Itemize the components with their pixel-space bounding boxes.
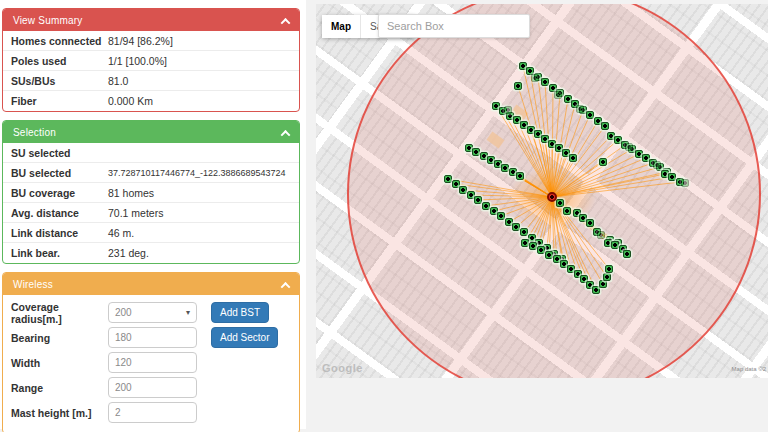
house-marker[interactable]: [605, 265, 613, 273]
row-label: SU selected: [11, 147, 108, 159]
panel-title: Selection: [13, 127, 56, 138]
wireless-fields: Coverage radius[m.]200▾Add BSTBearingAdd…: [3, 295, 299, 432]
selection-rows: SU selectedBU selected37.728710117446774…: [3, 143, 299, 263]
row-label: Homes connected: [11, 35, 108, 47]
house-marker[interactable]: [504, 106, 512, 114]
house-marker[interactable]: [512, 223, 520, 231]
map-type-button[interactable]: Map: [322, 15, 360, 38]
house-marker[interactable]: [653, 161, 661, 169]
field-row: Width: [11, 352, 291, 373]
selection-row: BU selected37.728710117446774_-122.38866…: [3, 163, 299, 183]
summary-row: Poles used1/1 [100.0%]: [3, 51, 299, 71]
house-marker[interactable]: [520, 228, 528, 236]
mast-height-input[interactable]: [115, 407, 190, 418]
row-label: Avg. distance: [11, 207, 108, 219]
bearing-input[interactable]: [115, 332, 190, 343]
row-value: 70.1 meters: [108, 207, 163, 219]
house-marker[interactable]: [601, 122, 609, 130]
house-marker[interactable]: [623, 250, 631, 258]
house-marker[interactable]: [668, 173, 676, 181]
add-sector-button[interactable]: Add Sector: [211, 327, 278, 348]
house-marker[interactable]: [541, 78, 549, 86]
row-value: 81 homes: [108, 187, 154, 199]
field-label: Width: [11, 357, 108, 369]
summary-row: Fiber0.000 Km: [3, 91, 299, 111]
map-canvas[interactable]: Map Satellite Google Map data ©2: [316, 4, 768, 378]
coverage-circle: [347, 4, 761, 378]
house-marker[interactable]: [529, 242, 537, 250]
house-marker[interactable]: [603, 273, 611, 281]
selection-row: SU selected: [3, 143, 299, 163]
width-input[interactable]: [115, 357, 190, 368]
selection-row: BU coverage81 homes: [3, 183, 299, 203]
house-marker[interactable]: [537, 246, 545, 254]
house-marker[interactable]: [576, 105, 584, 113]
row-value: 231 deg.: [108, 247, 149, 259]
house-marker[interactable]: [556, 199, 564, 207]
house-marker[interactable]: [599, 158, 607, 166]
house-marker[interactable]: [681, 179, 689, 187]
house-marker[interactable]: [586, 219, 594, 227]
selection-row: Link distance46 m.: [3, 223, 299, 243]
panel-title: View Summary: [13, 15, 82, 26]
house-marker[interactable]: [531, 74, 539, 82]
house-marker[interactable]: [554, 91, 562, 99]
house-marker[interactable]: [625, 143, 633, 151]
house-marker[interactable]: [472, 148, 480, 156]
house-marker[interactable]: [599, 280, 607, 288]
field-row: Mast height [m.]: [11, 402, 291, 423]
field-label: Mast height [m.]: [11, 407, 108, 419]
house-marker[interactable]: [444, 175, 452, 183]
house-marker[interactable]: [545, 251, 553, 259]
row-label: BU selected: [11, 167, 108, 179]
bu-marker[interactable]: [547, 192, 557, 202]
row-value: 81/94 [86.2%]: [108, 35, 173, 47]
view-summary-panel: View Summary Homes connected81/94 [86.2%…: [2, 8, 300, 112]
chevron-up-icon: [281, 18, 291, 28]
house-marker[interactable]: [474, 196, 482, 204]
range-input[interactable]: [115, 382, 190, 393]
mast-height-input[interactable]: [108, 402, 197, 423]
summary-row: SUs/BUs81.0: [3, 71, 299, 91]
house-marker[interactable]: [514, 82, 522, 90]
bearing-input[interactable]: [108, 327, 197, 348]
panel-title: Wireless: [13, 279, 53, 290]
row-label: Fiber: [11, 95, 108, 107]
row-label: Link bear.: [11, 247, 108, 259]
chevron-up-icon: [281, 130, 291, 140]
house-marker[interactable]: [563, 207, 571, 215]
row-label: Link distance: [11, 227, 108, 239]
selection-row: Link bear.231 deg.: [3, 243, 299, 263]
wireless-panel: Wireless Coverage radius[m.]200▾Add BSTB…: [2, 272, 300, 432]
house-marker[interactable]: [516, 172, 524, 180]
add-bst-button[interactable]: Add BST: [211, 302, 269, 323]
wireless-header[interactable]: Wireless: [3, 273, 299, 295]
width-input[interactable]: [108, 352, 197, 373]
house-marker[interactable]: [501, 164, 509, 172]
house-marker[interactable]: [611, 241, 619, 249]
house-marker[interactable]: [521, 239, 529, 247]
view-summary-header[interactable]: View Summary: [3, 9, 299, 31]
selection-row: Avg. distance70.1 meters: [3, 203, 299, 223]
range-input[interactable]: [108, 377, 197, 398]
house-marker[interactable]: [569, 154, 577, 162]
field-label: Range: [11, 382, 108, 394]
sidebar: View Summary Homes connected81/94 [86.2%…: [2, 8, 300, 432]
coverage-radius-select[interactable]: 200▾: [108, 302, 197, 323]
house-marker[interactable]: [586, 111, 594, 119]
row-value: 81.0: [108, 75, 128, 87]
house-marker[interactable]: [482, 202, 490, 210]
row-label: SUs/BUs: [11, 75, 108, 87]
field-label: Coverage radius[m.]: [11, 301, 108, 325]
field-row: Coverage radius[m.]200▾Add BST: [11, 302, 291, 323]
selection-header[interactable]: Selection: [3, 121, 299, 143]
row-value: 46 m.: [108, 227, 134, 239]
search-input[interactable]: [378, 14, 530, 38]
row-value: 37.728710117446774_-122.3886689543724: [108, 168, 286, 178]
house-marker[interactable]: [459, 186, 467, 194]
field-row: Range: [11, 377, 291, 398]
select-caret-icon: ▾: [186, 308, 190, 317]
house-marker[interactable]: [597, 231, 605, 239]
house-marker[interactable]: [497, 212, 505, 220]
google-logo[interactable]: Google: [322, 362, 363, 374]
